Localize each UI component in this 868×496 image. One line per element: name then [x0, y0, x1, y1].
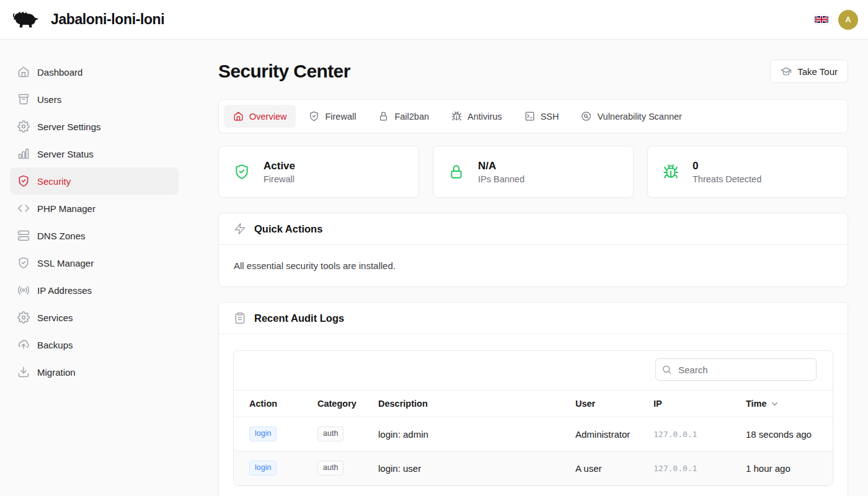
- main-content: Security Center Take Tour Overview Firew…: [188, 40, 868, 496]
- sidebar-item-label: Dashboard: [37, 67, 82, 78]
- lock-icon: [378, 111, 389, 122]
- security-tabs: Overview Firewall Fail2ban Antivirus: [218, 99, 848, 133]
- log-description: login: user: [378, 463, 575, 474]
- zap-icon: [234, 223, 246, 235]
- audit-logs-title: Recent Audit Logs: [254, 312, 344, 324]
- radio-icon: [17, 284, 30, 296]
- shield-check-icon: [17, 257, 30, 269]
- search-input[interactable]: [655, 358, 817, 381]
- take-tour-button[interactable]: Take Tour: [770, 60, 848, 83]
- sidebar-item[interactable]: IP Addresses: [10, 277, 179, 304]
- terminal-icon: [525, 111, 535, 122]
- gear-icon: [17, 120, 30, 133]
- sidebar-item-label: Users: [37, 94, 61, 105]
- sidebar-item[interactable]: PHP Manager: [10, 195, 179, 222]
- search-circle-icon: [581, 111, 591, 122]
- tab-label: Firewall: [325, 112, 356, 122]
- app-title: Jabaloni-loni-loni: [51, 11, 164, 28]
- audit-log-row[interactable]: login auth login: admin Administrator 12…: [234, 417, 833, 451]
- shield-check-icon: [17, 175, 30, 187]
- audit-log-row[interactable]: login auth login: user A user 127.0.0.1 …: [234, 451, 833, 485]
- tab-label: Fail2ban: [394, 112, 429, 122]
- chevron-down-icon: [770, 399, 779, 409]
- status-value: Active: [264, 160, 295, 172]
- sidebar-item[interactable]: Server Status: [10, 140, 179, 167]
- sidebar-item-label: Server Settings: [37, 122, 101, 132]
- home-icon: [17, 66, 30, 78]
- category-badge: auth: [317, 427, 343, 441]
- bug-icon: [663, 164, 679, 180]
- boar-logo-icon[interactable]: [10, 9, 42, 31]
- bar-chart-icon: [17, 148, 30, 160]
- action-badge[interactable]: login: [249, 461, 277, 476]
- bug-icon: [451, 111, 462, 122]
- sidebar-item[interactable]: Server Settings: [10, 113, 179, 140]
- tab-label: Overview: [249, 112, 286, 122]
- uk-flag-icon[interactable]: [815, 15, 828, 24]
- status-card: 0 Threats Detected: [647, 146, 848, 198]
- sidebar-item-label: DNS Zones: [37, 231, 86, 241]
- sidebar-item-label: IP Addresses: [37, 285, 92, 296]
- page-title: Security Center: [218, 61, 350, 82]
- log-ip: 127.0.0.1: [653, 464, 746, 473]
- column-action[interactable]: Action: [249, 399, 317, 409]
- action-badge[interactable]: login: [249, 427, 277, 441]
- user-avatar[interactable]: A: [838, 10, 858, 30]
- take-tour-label: Take Tour: [797, 66, 838, 77]
- log-user: Administrator: [575, 429, 653, 440]
- sidebar-item-label: PHP Manager: [37, 203, 95, 214]
- sidebar: Dashboard Users Server Settings Server S…: [0, 40, 188, 496]
- status-cards: Active Firewall N/A IPs Banned 0: [218, 146, 848, 198]
- tab[interactable]: Fail2ban: [369, 105, 438, 128]
- sidebar-item-label: SSL Manager: [37, 258, 94, 268]
- sidebar-item[interactable]: Services: [10, 304, 179, 331]
- clipboard-icon: [234, 312, 246, 324]
- quick-actions-message: All essential security tools are install…: [219, 245, 848, 286]
- status-value: N/A: [478, 160, 525, 172]
- code-icon: [17, 202, 30, 215]
- table-body: login auth login: admin Administrator 12…: [234, 417, 833, 485]
- tab[interactable]: Firewall: [299, 105, 365, 128]
- shield-check-icon: [309, 111, 319, 122]
- sidebar-item[interactable]: Security: [10, 167, 179, 195]
- sidebar-item-label: Security: [37, 176, 71, 187]
- category-badge: auth: [317, 461, 343, 476]
- tab-label: Vulnerability Scanner: [597, 112, 681, 122]
- column-time-sort[interactable]: Time: [746, 399, 833, 409]
- tab-label: SSH: [541, 112, 559, 122]
- log-ip: 127.0.0.1: [653, 430, 746, 439]
- log-description: login: admin: [378, 429, 575, 440]
- graduation-cap-icon: [781, 66, 792, 77]
- column-user[interactable]: User: [575, 399, 653, 409]
- sidebar-item-label: Migration: [37, 367, 76, 378]
- tab[interactable]: Antivirus: [442, 105, 512, 128]
- audit-logs-table: Action Category Description User IP Time: [233, 350, 833, 486]
- quick-actions-title: Quick Actions: [254, 223, 322, 235]
- sidebar-item[interactable]: Migration: [10, 358, 179, 386]
- log-time: 1 hour ago: [746, 463, 833, 474]
- sidebar-item-label: Backups: [37, 340, 73, 350]
- column-ip[interactable]: IP: [653, 399, 746, 409]
- sidebar-item[interactable]: Users: [10, 86, 179, 113]
- table-header-row: Action Category Description User IP Time: [234, 390, 833, 417]
- sidebar-item[interactable]: SSL Manager: [10, 249, 179, 277]
- tab[interactable]: Vulnerability Scanner: [572, 105, 691, 128]
- sidebar-item[interactable]: Backups: [10, 331, 179, 358]
- sidebar-item[interactable]: DNS Zones: [10, 222, 179, 249]
- gear-icon: [17, 311, 30, 324]
- tab[interactable]: Overview: [224, 105, 296, 128]
- download-icon: [17, 366, 30, 378]
- tab[interactable]: SSH: [515, 105, 569, 128]
- sidebar-item-label: Services: [37, 312, 73, 323]
- column-category[interactable]: Category: [317, 399, 378, 409]
- cloud-upload-icon: [17, 339, 30, 351]
- sidebar-item[interactable]: Dashboard: [10, 58, 179, 86]
- log-time: 18 seconds ago: [746, 429, 833, 440]
- sidebar-item-label: Server Status: [37, 149, 94, 159]
- server-icon: [17, 229, 30, 242]
- column-description[interactable]: Description: [378, 399, 575, 409]
- audit-logs-card: Recent Audit Logs Action Categor: [218, 302, 848, 496]
- log-user: A user: [575, 463, 653, 474]
- status-label: Firewall: [264, 174, 295, 184]
- status-label: Threats Detected: [693, 174, 761, 184]
